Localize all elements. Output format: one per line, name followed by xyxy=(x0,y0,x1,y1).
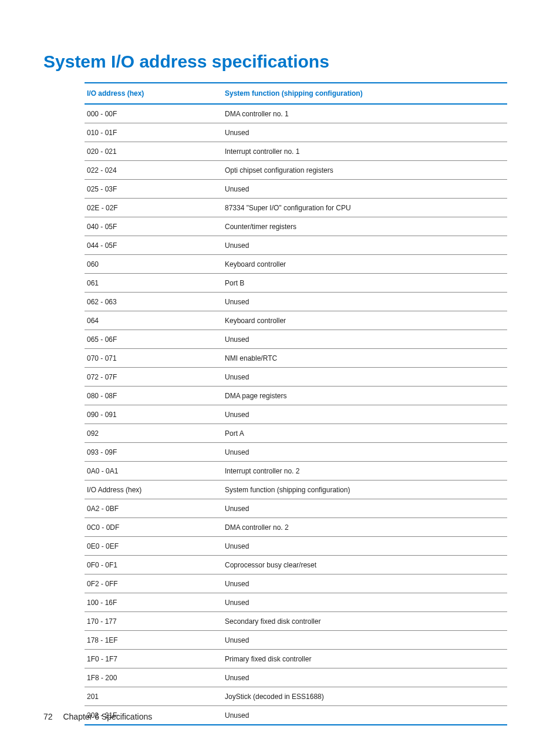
cell-io-address: 000 - 00F xyxy=(85,104,222,123)
table-row: 0E0 - 0EFUnused xyxy=(85,537,507,556)
cell-io-address: 0A2 - 0BF xyxy=(85,499,222,518)
cell-system-function: Interrupt controller no. 2 xyxy=(222,462,507,480)
cell-system-function: System function (shipping configuration) xyxy=(222,480,507,499)
cell-io-address: 065 - 06F xyxy=(85,330,222,349)
cell-io-address: 090 - 091 xyxy=(85,405,222,424)
cell-system-function: DMA controller no. 2 xyxy=(222,518,507,537)
cell-system-function: Counter/timer registers xyxy=(222,217,507,236)
table-row: 022 - 024Opti chipset configuration regi… xyxy=(85,161,507,180)
cell-io-address: 044 - 05F xyxy=(85,236,222,255)
table-row: 072 - 07FUnused xyxy=(85,368,507,387)
table-row: 065 - 06FUnused xyxy=(85,330,507,349)
cell-io-address: 0F2 - 0FF xyxy=(85,574,222,593)
table-row: 1F0 - 1F7Primary fixed disk controller xyxy=(85,650,507,668)
cell-system-function: JoyStick (decoded in ESS1688) xyxy=(222,687,507,706)
cell-system-function: Unused xyxy=(222,236,507,255)
cell-io-address: 022 - 024 xyxy=(85,161,222,180)
cell-system-function: Interrupt controller no. 1 xyxy=(222,142,507,161)
cell-io-address: 1F0 - 1F7 xyxy=(85,650,222,668)
table-row: 025 - 03FUnused xyxy=(85,180,507,199)
cell-system-function: Unused xyxy=(222,537,507,556)
table-row: I/O Address (hex)System function (shippi… xyxy=(85,480,507,499)
cell-io-address: 062 - 063 xyxy=(85,293,222,311)
cell-system-function: Unused xyxy=(222,443,507,462)
cell-system-function: DMA page registers xyxy=(222,387,507,405)
spec-table: I/O address (hex) System function (shipp… xyxy=(85,82,507,725)
cell-system-function: Keyboard controller xyxy=(222,255,507,274)
cell-io-address: 0E0 - 0EF xyxy=(85,537,222,556)
table-row: 093 - 09FUnused xyxy=(85,443,507,462)
cell-system-function: Unused xyxy=(222,631,507,650)
table-row: 100 - 16FUnused xyxy=(85,593,507,612)
cell-system-function: Primary fixed disk controller xyxy=(222,650,507,668)
table-row: 062 - 063Unused xyxy=(85,293,507,311)
cell-system-function: Unused xyxy=(222,499,507,518)
table-row: 170 - 177Secondary fixed disk controller xyxy=(85,612,507,631)
cell-system-function: 87334 "Super I/O" configuration for CPU xyxy=(222,199,507,217)
table-row: 044 - 05FUnused xyxy=(85,236,507,255)
cell-io-address: 092 xyxy=(85,424,222,443)
cell-io-address: I/O Address (hex) xyxy=(85,480,222,499)
cell-system-function: Opti chipset configuration registers xyxy=(222,161,507,180)
cell-system-function: Unused xyxy=(222,405,507,424)
page-footer: 72 Chapter 6 Specifications xyxy=(43,712,152,721)
table-row: 0F0 - 0F1Coprocessor busy clear/reset xyxy=(85,556,507,574)
cell-io-address: 061 xyxy=(85,274,222,293)
table-row: 0F2 - 0FFUnused xyxy=(85,574,507,593)
cell-system-function: Unused xyxy=(222,180,507,199)
table-row: 080 - 08FDMA page registers xyxy=(85,387,507,405)
page-number: 72 xyxy=(43,712,53,721)
table-row: 178 - 1EFUnused xyxy=(85,631,507,650)
cell-io-address: 072 - 07F xyxy=(85,368,222,387)
table-row: 010 - 01FUnused xyxy=(85,123,507,142)
table-row: 040 - 05FCounter/timer registers xyxy=(85,217,507,236)
table-row: 061Port B xyxy=(85,274,507,293)
cell-io-address: 010 - 01F xyxy=(85,123,222,142)
table-row: 1F8 - 200Unused xyxy=(85,668,507,687)
chapter-label: Chapter 6 Specifications xyxy=(63,712,152,721)
cell-io-address: 178 - 1EF xyxy=(85,631,222,650)
cell-system-function: Unused xyxy=(222,123,507,142)
table-row: 0A0 - 0A1Interrupt controller no. 2 xyxy=(85,462,507,480)
cell-system-function: Unused xyxy=(222,330,507,349)
table-row: 020 - 021Interrupt controller no. 1 xyxy=(85,142,507,161)
cell-io-address: 0C0 - 0DF xyxy=(85,518,222,537)
cell-io-address: 080 - 08F xyxy=(85,387,222,405)
cell-system-function: Coprocessor busy clear/reset xyxy=(222,556,507,574)
cell-system-function: Unused xyxy=(222,574,507,593)
spec-table-container: I/O address (hex) System function (shipp… xyxy=(85,82,507,725)
table-row: 02E - 02F87334 "Super I/O" configuration… xyxy=(85,199,507,217)
table-row: 000 - 00FDMA controller no. 1 xyxy=(85,104,507,123)
cell-system-function: Port A xyxy=(222,424,507,443)
cell-io-address: 064 xyxy=(85,311,222,330)
page-title: System I/O address specifications xyxy=(43,52,508,72)
cell-io-address: 093 - 09F xyxy=(85,443,222,462)
cell-system-function: Port B xyxy=(222,274,507,293)
cell-io-address: 201 xyxy=(85,687,222,706)
cell-io-address: 02E - 02F xyxy=(85,199,222,217)
cell-io-address: 100 - 16F xyxy=(85,593,222,612)
table-row: 070 - 071NMI enable/RTC xyxy=(85,349,507,368)
cell-io-address: 020 - 021 xyxy=(85,142,222,161)
cell-system-function: Unused xyxy=(222,293,507,311)
cell-io-address: 170 - 177 xyxy=(85,612,222,631)
cell-system-function: Unused xyxy=(222,368,507,387)
table-row: 090 - 091Unused xyxy=(85,405,507,424)
cell-io-address: 060 xyxy=(85,255,222,274)
cell-io-address: 0A0 - 0A1 xyxy=(85,462,222,480)
cell-io-address: 0F0 - 0F1 xyxy=(85,556,222,574)
cell-system-function: Unused xyxy=(222,706,507,725)
table-row: 0A2 - 0BFUnused xyxy=(85,499,507,518)
header-system-function: System function (shipping configuration) xyxy=(222,83,507,104)
cell-system-function: DMA controller no. 1 xyxy=(222,104,507,123)
cell-io-address: 025 - 03F xyxy=(85,180,222,199)
cell-system-function: NMI enable/RTC xyxy=(222,349,507,368)
cell-io-address: 040 - 05F xyxy=(85,217,222,236)
table-row: 060Keyboard controller xyxy=(85,255,507,274)
cell-io-address: 070 - 071 xyxy=(85,349,222,368)
cell-io-address: 1F8 - 200 xyxy=(85,668,222,687)
cell-system-function: Unused xyxy=(222,668,507,687)
table-row: 092Port A xyxy=(85,424,507,443)
table-row: 201JoyStick (decoded in ESS1688) xyxy=(85,687,507,706)
cell-system-function: Keyboard controller xyxy=(222,311,507,330)
